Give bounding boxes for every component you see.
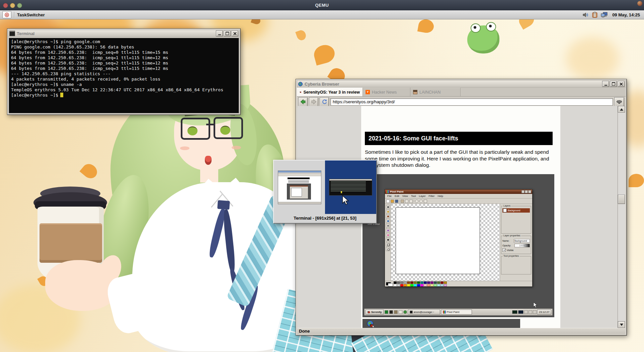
palette-swatch <box>397 284 400 286</box>
frog-pupil <box>474 26 476 29</box>
browser-thumbnail <box>278 170 321 204</box>
close-button[interactable] <box>231 30 238 36</box>
tool-properties-panel: Tool properties <box>501 256 531 274</box>
network-icon[interactable] <box>601 12 608 18</box>
palette-swatch <box>410 284 413 286</box>
quicklaunch-icon <box>385 310 388 314</box>
minimize-button[interactable] <box>602 81 609 87</box>
start-button[interactable] <box>2 11 11 18</box>
quicklaunch-icon <box>394 310 398 314</box>
layer-properties-panel: Layer properties Name: Background Opacit… <box>501 236 531 254</box>
maximize-button[interactable] <box>610 81 617 87</box>
fit-icon <box>424 200 427 203</box>
palette-swatch <box>404 284 407 286</box>
system-tray: 09 May, 14:25 <box>582 12 644 18</box>
close-icon <box>528 190 531 193</box>
current-colors-indicator <box>386 282 393 286</box>
tab-serenityos[interactable]: SerenityOS: Year 3 in review <box>297 88 363 96</box>
screenshot-taskbar: Serenity anon@courage:~ <box>364 309 553 316</box>
wallpaper-blob <box>566 37 619 80</box>
open-icon <box>391 200 394 203</box>
ginkgo-leaf <box>80 161 100 181</box>
clipboard-icon[interactable] <box>592 12 598 18</box>
terminal-line: [alec@erythros ~]$ uname -a <box>11 82 237 87</box>
pixelpaint-app-icon <box>386 190 389 193</box>
tab-hacker-news[interactable]: Y Hacker News <box>363 88 410 96</box>
tab-lainchan[interactable]: LAINCHAN <box>410 88 461 96</box>
palette-swatch <box>434 284 437 286</box>
layer-row-background: Background <box>502 208 530 213</box>
pixelpaint-image <box>396 207 480 274</box>
cup-sleeve <box>39 223 102 263</box>
minimize-icon <box>605 85 607 86</box>
menu-item: Tool <box>410 195 417 198</box>
back-icon <box>300 99 306 105</box>
back-button[interactable] <box>298 97 308 107</box>
hackernews-icon: Y <box>366 90 370 94</box>
menu-item: Layer <box>418 195 427 198</box>
browser-desktop-icon <box>367 320 375 328</box>
inspector-button[interactable] <box>614 97 624 107</box>
zoom-out-icon <box>419 200 423 203</box>
volume-icon[interactable] <box>582 12 589 18</box>
menu-item: Filter <box>427 195 436 198</box>
reload-button[interactable] <box>320 97 329 107</box>
palette-swatch <box>424 284 427 286</box>
switcher-caption: Terminal - [691x256] at [21, 53] <box>274 214 376 223</box>
active-app-label: TaskSwitcher <box>17 12 45 17</box>
taskbar-clock[interactable]: 09 May, 14:25 <box>612 12 640 17</box>
tray-volume-icon <box>533 310 537 314</box>
paste-icon <box>401 200 404 203</box>
switcher-item-terminal-selected[interactable] <box>325 160 376 214</box>
scroll-down-button[interactable] <box>618 321 625 328</box>
page-screenshot-second <box>363 319 520 328</box>
browser-title: Cyberia Browser <box>305 82 339 87</box>
palette-swatch <box>437 284 440 286</box>
rect-tool-icon <box>386 242 390 246</box>
tray-graph-icon <box>518 310 524 314</box>
pixelpaint-toolbar <box>385 199 532 204</box>
palette-swatch <box>404 281 407 284</box>
tray-clipboard-icon <box>529 310 532 314</box>
browser-titlebar[interactable]: Cyberia Browser <box>297 80 626 88</box>
ladybug-icon <box>367 311 370 314</box>
quicklaunch-icon <box>403 310 407 314</box>
scroll-up-button[interactable] <box>618 106 625 113</box>
zoom-tool-icon <box>386 247 390 251</box>
terminal-titlebar[interactable]: Terminal <box>8 30 239 37</box>
terminal-window[interactable]: Terminal [alec@erythros ~]$ ping google.… <box>7 28 241 115</box>
forward-icon <box>311 99 317 105</box>
girl-mouth <box>205 156 212 165</box>
page-scrollbar[interactable] <box>618 106 625 328</box>
page-paragraph: Sometimes I like to pick out a part of t… <box>365 149 553 168</box>
palette-swatch <box>427 284 430 286</box>
close-button[interactable] <box>618 81 625 87</box>
menu-item: File <box>386 195 393 198</box>
switcher-item-browser[interactable] <box>274 160 325 214</box>
url-input[interactable] <box>330 98 613 106</box>
terminal-line: --- 142.250.65.238 ping statistics --- <box>11 71 237 77</box>
terminal-mini-icon <box>410 311 413 314</box>
pixelpaint-canvas <box>391 204 500 281</box>
thumb-statusbar <box>278 202 321 204</box>
palette-swatch <box>440 284 444 286</box>
terminal-output[interactable]: [alec@erythros ~]$ ping google.comPING g… <box>9 38 239 113</box>
thumb-paragraph <box>288 180 309 183</box>
layer-name-input: Background <box>514 239 530 243</box>
qemu-titlebar[interactable]: QEMU <box>0 0 644 10</box>
taskbar: TaskSwitcher 09 May, 14:25 <box>0 10 644 19</box>
maximize-button[interactable] <box>224 30 231 36</box>
screenshot-window-button: anon@courage:~ <box>408 310 440 315</box>
minimize-button[interactable] <box>216 30 223 36</box>
maximize-icon <box>525 190 528 193</box>
screen: QEMU TaskSwitcher <box>0 0 644 352</box>
inspector-bug-icon <box>616 99 622 105</box>
forward-button[interactable] <box>309 97 318 107</box>
close-icon <box>233 32 236 35</box>
terminal-line: 64 bytes from 142.250.65.238: icmp_seq=3… <box>11 66 237 71</box>
qemu-title: QEMU <box>0 0 644 10</box>
palette-swatch <box>427 281 430 284</box>
spray-tool-icon <box>386 224 390 228</box>
scrollbar-thumb[interactable] <box>618 195 625 204</box>
screenshot-window-button-active: Pixel Paint <box>441 310 472 315</box>
